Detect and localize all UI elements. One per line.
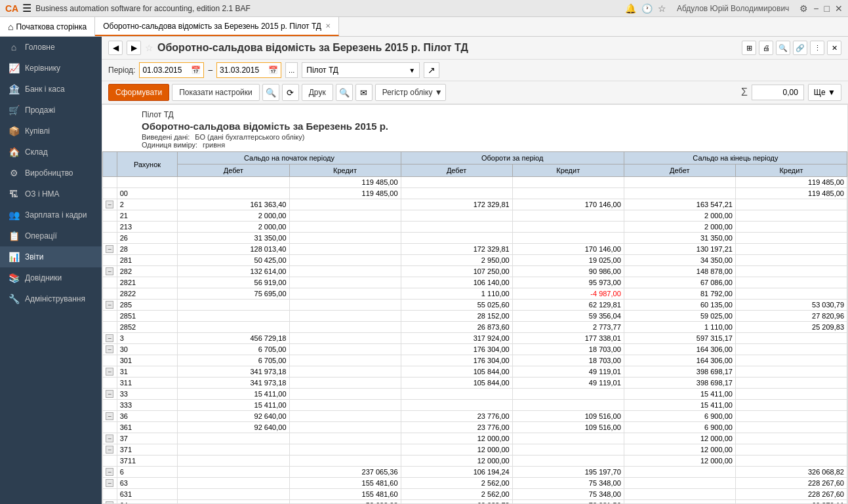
expand-cell[interactable]: − — [103, 467, 117, 478]
more-button[interactable]: Ще ▼ — [808, 84, 841, 101]
table-container[interactable]: Пілот ТД Оборотно-сальдова відомість за … — [102, 104, 848, 504]
table-row[interactable]: 285128 152,0059 356,0459 025,0027 820,96 — [103, 311, 847, 322]
sidebar-item-payroll[interactable]: 👥Зарплата і кадри — [0, 204, 102, 225]
period-dots-button[interactable]: ... — [285, 62, 298, 78]
expand-cell[interactable]: − — [103, 199, 117, 210]
expand-cell[interactable]: − — [103, 300, 117, 311]
tab-close-icon[interactable]: ✕ — [325, 22, 331, 29]
settings-icon[interactable]: ⚙ — [799, 3, 808, 14]
company-open-button[interactable]: ↗ — [424, 62, 439, 78]
table-row[interactable]: 311341 973,18105 844,0049 119,01398 698,… — [103, 378, 847, 389]
expand-cell[interactable]: − — [103, 333, 117, 344]
table-row[interactable]: 282275 695,001 110,00-4 987,0081 792,00 — [103, 288, 847, 300]
zoom-button[interactable]: 🔍 — [776, 41, 790, 55]
expand-cell[interactable]: − — [103, 244, 117, 255]
expand-cell[interactable]: − — [103, 266, 117, 277]
back-button[interactable]: ◀ — [108, 41, 123, 55]
registry-button[interactable]: Регістр обліку ▼ — [375, 84, 446, 101]
table-row[interactable]: 212 000,002 000,00 — [103, 210, 847, 222]
refresh-button[interactable]: ⟳ — [282, 84, 299, 101]
table-row[interactable]: 33315 411,0015 411,00 — [103, 400, 847, 411]
table-row[interactable]: 00119 485,00119 485,00 — [103, 188, 847, 199]
table-row[interactable]: 28150 425,002 950,0019 025,0034 350,00 — [103, 255, 847, 266]
table-row[interactable]: −6237 065,36106 194,24195 197,70326 068,… — [103, 467, 847, 478]
table-row[interactable]: −28555 025,6062 129,8160 135,0053 030,79 — [103, 300, 847, 311]
table-row[interactable]: −28128 013,40172 329,81170 146,00130 197… — [103, 244, 847, 255]
close-icon[interactable]: ✕ — [835, 3, 843, 14]
close-doc-button[interactable]: ✕ — [827, 41, 841, 55]
print-button[interactable]: Друк — [302, 84, 333, 101]
print-preview-button[interactable]: 🔍 — [336, 84, 353, 101]
expand-cell[interactable]: − — [103, 433, 117, 444]
sidebar-item-manager[interactable]: 📈Керівнику — [0, 58, 102, 79]
expand-button[interactable]: − — [106, 334, 113, 342]
sidebar-item-reports[interactable]: 📊Звіти — [0, 246, 102, 267]
period-to-input[interactable]: 📅 — [216, 62, 281, 78]
expand-button[interactable]: − — [106, 245, 113, 253]
period-from-input[interactable]: 📅 — [139, 62, 204, 78]
tab-home[interactable]: ⌂ Початкова сторінка — [0, 17, 95, 36]
sidebar-item-admin[interactable]: 🔧Адміністрування — [0, 288, 102, 309]
table-row[interactable]: 36192 640,0023 776,00109 516,006 900,00 — [103, 422, 847, 433]
sidebar-item-references[interactable]: 📚Довідники — [0, 267, 102, 288]
notification-icon[interactable]: 🔔 — [625, 3, 636, 14]
expand-button[interactable]: − — [106, 301, 113, 309]
expand-cell[interactable]: − — [103, 411, 117, 422]
search-button[interactable]: 🔍 — [262, 84, 279, 101]
table-row[interactable]: 285226 873,602 773,771 110,0025 209,83 — [103, 322, 847, 333]
period-to-field[interactable] — [220, 66, 266, 75]
table-row[interactable]: −63155 481,602 562,0075 348,00228 267,60 — [103, 478, 847, 489]
generate-button[interactable]: Сформувати — [108, 84, 169, 101]
sidebar-item-sales[interactable]: 🛒Продажі — [0, 100, 102, 121]
star-icon[interactable]: ☆ — [658, 3, 666, 14]
company-selector[interactable]: Пілот ТД ▼ — [302, 62, 420, 78]
table-row[interactable]: 371112 000,0012 000,00 — [103, 456, 847, 467]
calendar-from-icon[interactable]: 📅 — [191, 66, 201, 75]
expand-button[interactable]: − — [106, 368, 113, 376]
expand-button[interactable]: − — [106, 345, 113, 353]
table-row[interactable]: 631155 481,602 562,0075 348,00228 267,60 — [103, 489, 847, 500]
table-row[interactable]: −6452 622,2862 233,7378 981,5669 370,11 — [103, 500, 847, 505]
table-row[interactable]: 2631 350,0031 350,00 — [103, 233, 847, 244]
table-row[interactable]: −306 705,00176 304,0018 703,00164 306,00 — [103, 344, 847, 355]
table-row[interactable]: 3016 705,00176 304,0018 703,00164 306,00 — [103, 355, 847, 366]
table-row[interactable]: −3712 000,0012 000,00 — [103, 433, 847, 444]
expand-cell[interactable]: − — [103, 366, 117, 378]
sidebar-item-operations[interactable]: 📋Операції — [0, 225, 102, 246]
expand-button[interactable]: − — [106, 501, 113, 504]
expand-button[interactable]: − — [106, 201, 113, 208]
table-row[interactable]: 119 485,00119 485,00 — [103, 177, 847, 188]
more-header-button[interactable]: ⋮ — [810, 41, 824, 55]
expand-cell[interactable]: − — [103, 344, 117, 355]
table-row[interactable]: −37112 000,0012 000,00 — [103, 444, 847, 456]
table-row[interactable]: −3456 729,18317 924,00177 338,01597 315,… — [103, 333, 847, 344]
expand-button[interactable]: − — [106, 390, 113, 398]
sidebar-item-bank[interactable]: 🏦Банк і каса — [0, 79, 102, 100]
sidebar-item-home[interactable]: ⌂Головне — [0, 37, 102, 58]
favorite-button[interactable]: ☆ — [145, 43, 153, 53]
maximize-icon[interactable]: □ — [824, 3, 830, 14]
expand-cell[interactable]: − — [103, 500, 117, 505]
menu-icon[interactable]: ☰ — [22, 2, 31, 14]
print-view-button[interactable]: 🖨 — [759, 41, 773, 55]
table-row[interactable]: −3315 411,0015 411,00 — [103, 389, 847, 400]
tab-doc[interactable]: Оборотно-сальдова відомість за Березень … — [95, 17, 339, 36]
expand-button[interactable]: − — [106, 468, 113, 476]
table-row[interactable]: 2132 000,002 000,00 — [103, 222, 847, 233]
expand-button[interactable]: − — [106, 267, 113, 275]
expand-button[interactable]: − — [106, 412, 113, 420]
period-from-field[interactable] — [142, 66, 188, 75]
table-row[interactable]: −3692 640,0023 776,00109 516,006 900,00 — [103, 411, 847, 422]
expand-button[interactable]: − — [106, 479, 113, 487]
expand-cell[interactable]: − — [103, 478, 117, 489]
link-button[interactable]: 🔗 — [793, 41, 807, 55]
sidebar-item-warehouse[interactable]: 🏠Склад — [0, 142, 102, 163]
forward-button[interactable]: ▶ — [127, 41, 141, 55]
sidebar-item-production[interactable]: ⚙Виробництво — [0, 163, 102, 184]
expand-button[interactable]: − — [106, 446, 113, 454]
minimize-icon[interactable]: − — [813, 3, 818, 14]
table-row[interactable]: 282156 919,00106 140,0095 973,0067 086,0… — [103, 277, 847, 288]
show-settings-button[interactable]: Показати настройки — [172, 84, 260, 101]
table-row[interactable]: −31341 973,18105 844,0049 119,01398 698,… — [103, 366, 847, 378]
sidebar-item-purchases[interactable]: 📦Купівлі — [0, 121, 102, 142]
